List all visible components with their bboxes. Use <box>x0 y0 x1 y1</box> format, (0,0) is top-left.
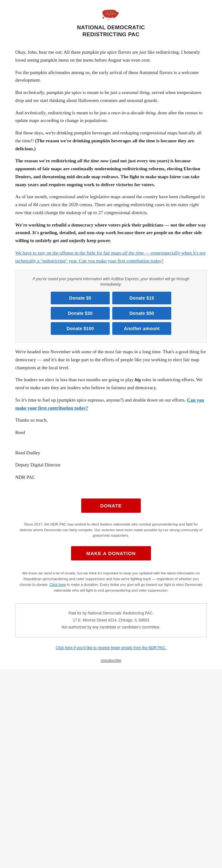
svg-point-0 <box>107 13 108 14</box>
paragraph-6: The reason we're redistricting all the t… <box>15 157 207 188</box>
paragraph-2: For the pumpkin aficionados among us, th… <box>15 69 207 85</box>
donate-grid: Donate $5 Donate $15 Donate $30 Donate $… <box>51 292 171 335</box>
usa-map-icon <box>101 8 121 21</box>
make-donation-button[interactable]: MAKE A DONATION <box>71 546 151 560</box>
paragraph-5: But these days, we're drinking pumpkin b… <box>15 129 207 153</box>
main-content: Okay, John, hear me out: All these pumpk… <box>0 43 222 493</box>
signature-name: Reed <box>15 429 207 437</box>
full-name: Reed Dudley <box>15 449 207 457</box>
big-donate-button[interactable]: DONATE <box>81 498 141 513</box>
paragraph-1: Okay, John, hear me out: All these pumpk… <box>15 48 207 64</box>
donate-5-button[interactable]: Donate $5 <box>51 292 110 304</box>
paragraph-7: As of last month, congressional and/or l… <box>15 193 207 216</box>
header: NATIONAL DEMOCRATIC REDISTRICTING PAC <box>0 0 222 43</box>
svg-point-5 <box>106 14 106 14</box>
paragraph-4: And technically, redistricting is meant … <box>15 109 207 125</box>
footer-paid: Paid for by National Democratic Redistri… <box>22 610 200 617</box>
unsubscribe-section: unsubscribe <box>0 656 222 669</box>
footer-address: 17 E. Monroe Street #214, Chicago, IL 60… <box>22 617 200 624</box>
click-here-link[interactable]: Click here <box>49 583 66 587</box>
org-name: NATIONAL DEMOCRATIC REDISTRICTING PAC <box>13 24 209 38</box>
fewer-emails-link[interactable]: Click here if you'd like to receive fewe… <box>15 646 207 650</box>
donate-section: If you've saved your payment information… <box>15 270 207 343</box>
another-amount-button[interactable]: Another amount <box>112 322 171 335</box>
svg-point-4 <box>114 13 114 14</box>
paragraph-8: We're working to rebuild a democracy whe… <box>15 221 207 245</box>
main-cta-link[interactable]: We have to stay on the offense in the fi… <box>15 250 206 264</box>
svg-point-6 <box>115 14 116 15</box>
paragraph-10: The leaders we elect in less than two mo… <box>15 376 207 392</box>
paragraph-link: We have to stay on the offense in the fi… <box>15 249 207 265</box>
footer-bottom: Click here if you'd like to receive fewe… <box>0 643 222 656</box>
title: Deputy Digital Director <box>15 461 207 469</box>
know-text-end: to make a donation. Every dollar you giv… <box>53 583 202 592</box>
org-abbr: NDR PAC <box>15 473 207 481</box>
svg-point-2 <box>109 14 110 15</box>
footer-auth: Not authorized by any candidate or candi… <box>22 624 200 631</box>
make-donation-section: MAKE A DONATION <box>0 544 222 567</box>
footer-box: Paid for by National Democratic Redistri… <box>15 603 207 637</box>
second-cta-link[interactable]: Can you make your first contribution tod… <box>15 398 204 410</box>
donate-50-button[interactable]: Donate $50 <box>112 307 171 320</box>
logo-container <box>13 8 209 22</box>
paragraph-3: But technically, pumpkin pie spice is me… <box>15 89 207 104</box>
since-text: Since 2017, the NDR PAC has worked to el… <box>0 518 222 544</box>
donate-15-button[interactable]: Donate $15 <box>112 292 171 304</box>
paragraph-9: We're headed into November with some of … <box>15 348 207 371</box>
svg-point-1 <box>110 12 111 13</box>
unsubscribe-link[interactable]: unsubscribe <box>101 658 121 663</box>
know-text: We know we send a lot of emails, but we … <box>0 567 222 598</box>
svg-point-3 <box>112 14 113 14</box>
big-donate-section: DONATE <box>0 493 222 518</box>
paragraph-11: So it's time to fuel up (pumpkin spice e… <box>15 396 207 412</box>
email-container: NATIONAL DEMOCRATIC REDISTRICTING PAC Ok… <box>0 0 222 669</box>
donate-note: If you've saved your payment information… <box>23 276 199 287</box>
donate-100-button[interactable]: Donate $100 <box>51 322 110 335</box>
thanks: Thanks so much, <box>15 416 207 424</box>
donate-30-button[interactable]: Donate $30 <box>51 307 110 320</box>
